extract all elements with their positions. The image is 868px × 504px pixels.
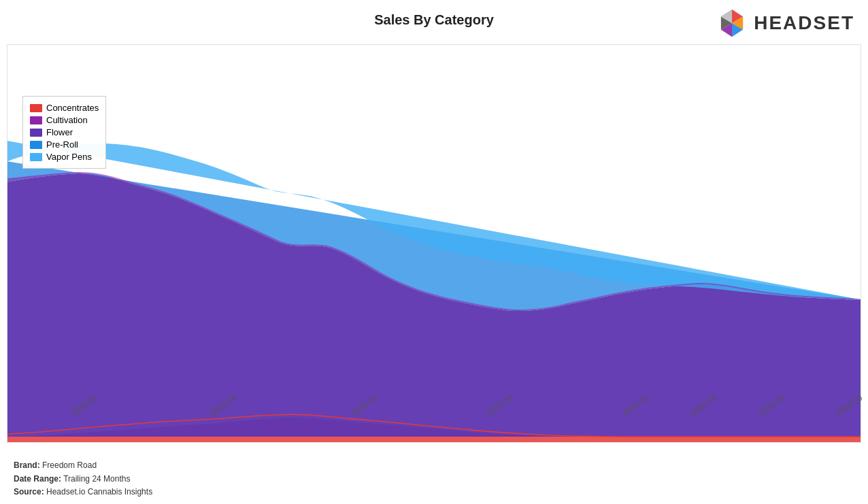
legend-label-vaporpens: Vapor Pens bbox=[46, 152, 92, 162]
footer-info: Brand: Freedom Road Date Range: Trailing… bbox=[14, 459, 152, 499]
legend-item-concentrates: Concentrates bbox=[30, 103, 99, 113]
headset-logo-icon bbox=[716, 7, 748, 39]
legend-item-vaporpens: Vapor Pens bbox=[30, 152, 99, 162]
legend-item-flower: Flower bbox=[30, 127, 99, 137]
legend-item-preroll: Pre-Roll bbox=[30, 139, 99, 150]
brand-label: Brand: bbox=[14, 460, 40, 470]
legend-item-cultivation: Cultivation bbox=[30, 115, 99, 125]
chart-area: Concentrates Cultivation Flower Pre-Roll… bbox=[7, 44, 861, 443]
preroll-swatch bbox=[30, 141, 42, 149]
legend-label-cultivation: Cultivation bbox=[46, 115, 88, 125]
daterange-label: Date Range: bbox=[14, 474, 61, 484]
footer-source: Source: Headset.io Cannabis Insights bbox=[14, 486, 152, 499]
legend-label-concentrates: Concentrates bbox=[46, 103, 99, 113]
headset-logo-text: HEADSET bbox=[754, 12, 854, 34]
daterange-value: Trailing 24 Months bbox=[63, 474, 130, 484]
legend-label-flower: Flower bbox=[46, 127, 73, 137]
vaporpens-swatch bbox=[30, 153, 42, 161]
concentrates-swatch bbox=[30, 104, 42, 112]
flower-swatch bbox=[30, 129, 42, 137]
footer-daterange: Date Range: Trailing 24 Months bbox=[14, 473, 152, 486]
legend: Concentrates Cultivation Flower Pre-Roll… bbox=[22, 96, 106, 169]
chart-svg bbox=[7, 45, 861, 442]
source-label: Source: bbox=[14, 487, 44, 497]
flower-area bbox=[7, 173, 861, 437]
main-container: Sales By Category HEADSET bbox=[0, 0, 868, 504]
source-value: Headset.io Cannabis Insights bbox=[46, 487, 152, 497]
footer-brand: Brand: Freedom Road bbox=[14, 459, 152, 472]
headset-logo: HEADSET bbox=[716, 7, 854, 39]
legend-label-preroll: Pre-Roll bbox=[46, 139, 78, 150]
x-axis: 2023-01 2023-04 2023-07 2023-10 2024-01 … bbox=[7, 410, 861, 444]
cultivation-swatch bbox=[30, 116, 42, 124]
brand-value: Freedom Road bbox=[42, 460, 97, 470]
